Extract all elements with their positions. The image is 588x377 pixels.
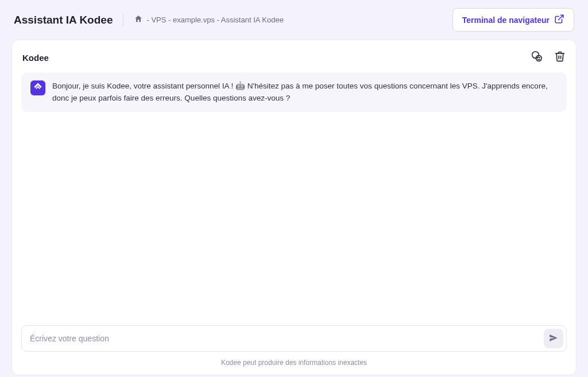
svg-point-4	[540, 57, 540, 58]
chat-title: Kodee	[22, 53, 49, 63]
input-area	[21, 325, 567, 352]
page-title: Assistant IA Kodee	[14, 14, 113, 26]
breadcrumb-text: - VPS - example.vps - Assistant IA Kodee	[146, 16, 283, 24]
external-link-icon	[554, 14, 564, 26]
assistant-message: Bonjour, je suis Kodee, votre assistant …	[21, 72, 567, 112]
header-left: Assistant IA Kodee - VPS - example.vps -…	[14, 14, 284, 26]
reaction-icon[interactable]	[531, 51, 543, 64]
home-icon[interactable]	[134, 14, 143, 25]
kodee-avatar-icon	[33, 82, 42, 94]
send-button[interactable]	[544, 329, 563, 348]
divider	[123, 14, 123, 26]
messages-container: Bonjour, je suis Kodee, votre assistant …	[21, 72, 567, 322]
terminal-button-label: Terminal de navigateur	[462, 16, 550, 25]
assistant-avatar	[30, 80, 45, 95]
footer-note: Kodee peut produire des informations ine…	[21, 359, 567, 367]
chat-header-actions	[531, 51, 566, 64]
svg-point-3	[537, 57, 538, 58]
message-text: Bonjour, je suis Kodee, votre assistant …	[52, 80, 558, 104]
message-text-before: Bonjour, je suis Kodee, votre assistant …	[52, 82, 235, 90]
page-header: Assistant IA Kodee - VPS - example.vps -…	[0, 0, 588, 40]
svg-line-0	[559, 15, 563, 20]
chat-input[interactable]	[30, 329, 544, 348]
robot-emoji: 🤖	[235, 80, 245, 92]
breadcrumb[interactable]: - VPS - example.vps - Assistant IA Kodee	[134, 14, 283, 25]
trash-icon[interactable]	[554, 51, 566, 64]
chat-header: Kodee	[21, 51, 567, 72]
chat-card: Kodee	[11, 40, 577, 375]
terminal-button[interactable]: Terminal de navigateur	[452, 8, 574, 32]
send-icon	[548, 333, 559, 345]
